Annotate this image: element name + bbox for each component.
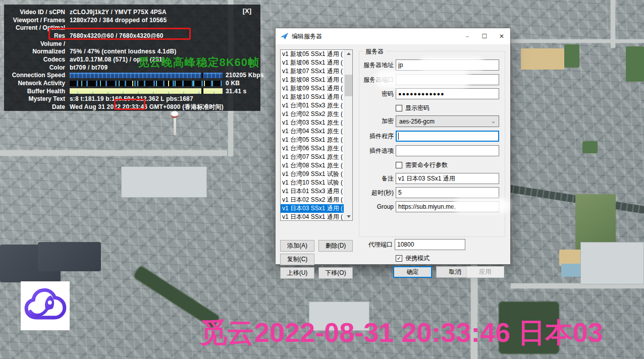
apply-button: 应用 — [466, 266, 504, 278]
list-item[interactable]: v1 日本03 SSx1 通用 ( — [281, 204, 344, 213]
list-item[interactable]: v1 日本01 SSx3 通用 ( — [281, 187, 344, 196]
list-item[interactable]: v1 新坡05 SSx1 通用 ( — [281, 50, 344, 58]
edit-server-dialog: 编辑服务器 – ☐ ✕ v1 新坡05 SSx1 通用 (v1 新坡06 SSx… — [275, 28, 511, 265]
password-input[interactable] — [396, 88, 499, 99]
stats-value: zCLOJ9j1k2Y / YMVT P75X 4PSA — [70, 9, 167, 16]
list-item[interactable]: v1 新坡06 SSx1 通用 ( — [281, 58, 344, 67]
show-password-checkbox[interactable]: 显示密码 — [396, 104, 430, 112]
stats-value: bt709 / bt709 — [70, 64, 108, 71]
address-label: 服务器地址 — [356, 61, 394, 70]
portable-mode-label: 便携模式 — [405, 254, 430, 263]
show-password-label: 显示密码 — [405, 104, 430, 112]
list-item[interactable]: v1 台湾07 SSx1 原生 ( — [281, 153, 344, 161]
checkbox-unchecked-icon[interactable] — [396, 162, 402, 168]
chevron-up-icon[interactable] — [344, 50, 353, 57]
list-item[interactable]: v1 台湾06 SSx1 原生 ( — [281, 144, 344, 153]
red-highlight-res — [48, 28, 191, 40]
list-item[interactable]: v1 新坡09 SSx1 通用 ( — [281, 84, 344, 93]
checkbox-unchecked-icon[interactable] — [396, 105, 402, 111]
stats-label: Network Activity — [4, 80, 65, 87]
maximize-button[interactable]: ☐ — [476, 28, 493, 44]
network-activity-bar — [70, 81, 223, 86]
list-item[interactable]: v1 新坡10 SSx1 通用 ( — [281, 93, 344, 101]
connection-speed-bar — [70, 73, 223, 78]
list-item[interactable]: v1 台湾04 SSx1 原生 ( — [281, 127, 344, 136]
stats-label: Normalized — [4, 48, 65, 55]
scrollbar-thumb[interactable] — [345, 75, 352, 96]
stats-for-nerds-panel: Video ID / sCPNzCLOJ9j1k2Y / YMVT P75X 4… — [4, 5, 260, 111]
green-watermark-text: 觅云晚高峰稳定8K60帧 — [138, 55, 259, 70]
list-item[interactable]: v1 台湾03 SSx1 原生 ( — [281, 118, 344, 127]
group-field-label: Group — [356, 203, 394, 210]
list-item[interactable]: v1 台湾08 SSx1 原生 ( — [281, 161, 344, 170]
stats-label: Buffer Health — [4, 88, 65, 95]
temple-roof — [38, 242, 101, 271]
encryption-dropdown[interactable]: aes-256-gcm ⌄ — [396, 115, 499, 127]
minimize-button[interactable]: – — [459, 28, 476, 44]
cloud-rocket-icon — [23, 284, 68, 328]
chevron-down-icon[interactable] — [344, 213, 353, 220]
portable-mode-checkbox[interactable]: ✓ 便携模式 — [396, 254, 430, 263]
road — [0, 150, 227, 156]
list-item[interactable]: v1 台湾01 SSx3 原生 ( — [281, 101, 344, 110]
list-item[interactable]: v1 新坡08 SSx1 通用 ( — [281, 76, 344, 84]
list-item[interactable]: v1 台湾02 SSx2 原生 ( — [281, 110, 344, 118]
remarks-label: 备注 — [356, 174, 394, 183]
dialog-title: 编辑服务器 — [292, 32, 459, 41]
stats-value: 210205 Kbps — [226, 72, 264, 79]
add-button[interactable]: 添加(A) — [280, 240, 314, 252]
park — [626, 46, 644, 82]
stats-label: Mystery Text — [4, 95, 65, 102]
copy-button[interactable]: 复制(C) — [280, 254, 314, 265]
checkbox-checked-icon[interactable]: ✓ — [396, 255, 402, 262]
park — [564, 44, 579, 68]
timeout-label: 超时(秒) — [356, 189, 394, 197]
delete-button[interactable]: 删除(D) — [318, 240, 353, 252]
plugin-label: 插件程序 — [356, 132, 394, 141]
list-item[interactable]: v1 新坡07 SSx1 通用 ( — [281, 67, 344, 76]
plugin-opts-input[interactable] — [396, 145, 499, 156]
move-up-button[interactable]: 上移(U) — [280, 267, 314, 279]
park — [582, 141, 598, 153]
timeout-input[interactable] — [396, 187, 499, 198]
proxy-port-label: 代理端口 — [362, 241, 393, 249]
blur-redaction — [374, 70, 470, 88]
list-item[interactable]: v1 台湾05 SSx1 原生 ( — [281, 136, 344, 144]
list-item[interactable]: v1 日本02 SSx2 通用 ( — [281, 196, 344, 204]
encryption-label: 加密 — [356, 117, 394, 126]
green-building — [575, 194, 616, 250]
list-item[interactable]: v1 日本04 SSx1 通用 ( — [281, 213, 344, 220]
paper-plane-icon — [281, 32, 289, 40]
stats-label: Viewport / Frames — [4, 17, 65, 24]
stats-value: 1280x720 / 384 dropped of 10565 — [70, 17, 167, 24]
list-item[interactable]: v1 台湾10 SSx1 试验 ( — [281, 178, 344, 187]
remarks-input[interactable] — [396, 173, 499, 184]
password-label: 密码 — [356, 90, 394, 98]
stats-date-value: Wed Aug 31 2022 20:33:46 GMT+0800 (香港标准时… — [70, 103, 224, 111]
kyoto-tower-deck — [171, 111, 179, 118]
move-down-button[interactable]: 下移(O) — [318, 267, 353, 279]
blur-redaction — [453, 198, 510, 213]
schoolyard — [521, 48, 564, 70]
stats-label: Codecs — [4, 56, 65, 63]
need-args-checkbox[interactable]: 需要命令行参数 — [396, 161, 448, 169]
blur-redaction — [419, 57, 484, 71]
stats-label: Color — [4, 64, 65, 71]
road — [510, 39, 644, 43]
close-stats-button[interactable]: [X] — [243, 7, 251, 15]
buffer-health-bar — [70, 88, 223, 94]
list-item[interactable]: v1 台湾09 SSx1 试验 ( — [281, 170, 344, 178]
proxy-port-input[interactable] — [395, 239, 465, 250]
plugin-input[interactable] — [396, 131, 499, 142]
groupbox-label: 服务器 — [363, 47, 386, 56]
timestamp-watermark: 觅云2022-08-31 20:33:46 日本03 — [200, 315, 603, 351]
stats-value: 75% / 47% (content loudness 4.1dB) — [70, 48, 177, 55]
ok-button[interactable]: 确定 — [393, 266, 432, 278]
plugin-opts-label: 插件选项 — [356, 147, 394, 155]
stats-value: 31.41 s — [226, 88, 246, 95]
stats-label: Date — [4, 103, 65, 110]
dialog-titlebar[interactable]: 编辑服务器 – ☐ ✕ — [276, 28, 510, 44]
station-building — [121, 166, 207, 198]
list-scrollbar[interactable] — [344, 50, 352, 220]
close-button[interactable]: ✕ — [493, 28, 510, 44]
